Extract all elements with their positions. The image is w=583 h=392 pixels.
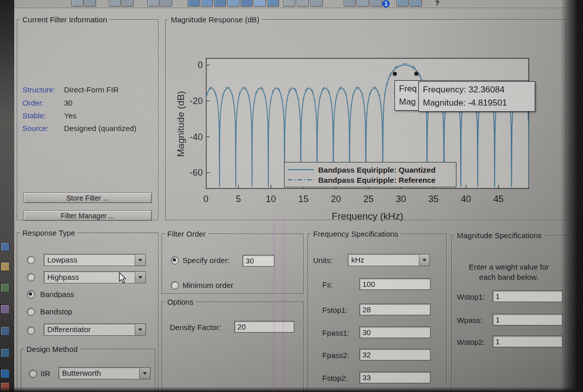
side-toolbar-icon[interactable]	[1, 326, 10, 336]
toolbar-icon[interactable]	[214, 0, 226, 7]
chevron-down-icon	[139, 368, 150, 379]
x-tick-label: 10	[266, 194, 276, 205]
magnitude-response-panel: Magnitude Response (dB) Magnitude (dB) F…	[165, 15, 566, 220]
frequency-specs-panel: Frequency Specifications Units: kHz Fs: …	[308, 230, 447, 392]
toolbar-icon[interactable]	[188, 0, 200, 7]
magnitude-plot[interactable]: Bandpass Equiripple: Quantized Bandpass …	[206, 58, 529, 189]
highpass-radio[interactable]	[27, 273, 35, 281]
density-factor-label: Density Factor:	[170, 323, 221, 332]
combo-value: kHz	[348, 254, 419, 266]
info-value: Direct-Form FIR	[64, 85, 119, 94]
screen: 1? Current Filter Information Structure:…	[0, 0, 583, 392]
x-tick-label: 25	[363, 194, 374, 205]
specify-order-input[interactable]	[242, 255, 274, 267]
toolbar-icon[interactable]	[357, 0, 369, 7]
legend-label: Bandpass Equiripple: Quantized	[318, 166, 436, 174]
fpass1-input[interactable]	[359, 326, 431, 338]
info-label: Stable:	[22, 111, 46, 120]
legend-entry: Bandpass Equiripple: Reference	[288, 176, 453, 184]
specify-order-radio[interactable]	[171, 256, 179, 265]
bandpass-radio[interactable]	[27, 290, 35, 299]
density-factor-input[interactable]	[234, 321, 294, 333]
toolbar-icon[interactable]	[240, 0, 253, 7]
toolbar-icon[interactable]	[396, 0, 409, 7]
toolbar-icon[interactable]	[297, 0, 309, 7]
toolbar-icon[interactable]	[147, 0, 160, 7]
x-tick-label: 15	[298, 194, 309, 205]
x-tick-label: 45	[494, 194, 504, 205]
side-toolbar-icon[interactable]	[1, 348, 10, 357]
side-toolbar-icon[interactable]	[1, 369, 10, 378]
legend-entry: Bandpass Equiripple: Quantized	[288, 166, 453, 174]
toolbar-badge-icon[interactable]: 1	[382, 0, 390, 8]
iir-radio[interactable]	[29, 370, 37, 378]
x-tick-label: 30	[396, 194, 406, 205]
store-filter-button[interactable]: Store Filter ...	[23, 192, 152, 203]
fs-label: Fs:	[322, 280, 333, 289]
toolbar-icon[interactable]	[267, 0, 279, 7]
side-toolbar-icon[interactable]	[1, 262, 10, 271]
toolbar-icon[interactable]	[109, 0, 121, 7]
fstop2-input[interactable]	[359, 372, 431, 383]
minimum-order-label[interactable]: Minimum order	[182, 281, 233, 289]
panel-title: Frequency Specifications	[311, 230, 401, 238]
wstop2-input[interactable]	[493, 336, 563, 347]
panel-title: Current Filter Information	[20, 15, 109, 24]
lowpass-radio[interactable]	[27, 256, 35, 264]
highpass-combo[interactable]: Highpass	[44, 271, 146, 283]
toolbar-icon[interactable]	[121, 0, 134, 7]
toolbar-icon[interactable]	[84, 0, 96, 7]
wstop1-input[interactable]	[493, 290, 563, 302]
info-value: Yes	[64, 111, 76, 120]
side-toolbar-icon[interactable]	[1, 242, 10, 251]
panel-title: Filter Order	[165, 230, 208, 238]
toolbar-icon[interactable]	[311, 0, 323, 7]
panel-title: Options	[165, 298, 196, 306]
toolbar-icon[interactable]	[254, 0, 266, 7]
side-toolbar-icon[interactable]	[1, 283, 10, 292]
toolbar: 1?	[14, 0, 566, 8]
bottom-edge-shadow	[0, 387, 583, 392]
datatip-line: Magnitude: -4.819501	[423, 96, 531, 110]
y-tick-label: -40	[180, 132, 203, 143]
toolbar-icon[interactable]	[410, 0, 422, 7]
plot-legend[interactable]: Bandpass Equiripple: Quantized Bandpass …	[284, 162, 456, 187]
toolbar-icon[interactable]	[201, 0, 213, 7]
bandpass-label[interactable]: Bandpass	[40, 290, 74, 299]
toolbar-icon[interactable]	[370, 0, 382, 7]
lowpass-combo[interactable]: Lowpass	[44, 254, 146, 266]
iir-method-combo[interactable]: Butterworth	[58, 367, 150, 379]
y-tick-label: 0	[180, 60, 203, 71]
toolbar-icon[interactable]	[283, 0, 295, 7]
units-combo[interactable]: kHz	[348, 254, 430, 266]
panel-title: Magnitude Specifications	[455, 231, 544, 240]
response-type-panel: Response Type Lowpass Highpass Bandpass …	[17, 228, 159, 392]
wpass-input[interactable]	[493, 314, 563, 325]
context-help-icon[interactable]: ?	[435, 0, 440, 7]
toolbar-icon[interactable]	[71, 0, 83, 7]
fs-input[interactable]	[359, 278, 431, 290]
specify-order-label[interactable]: Specify order:	[182, 256, 230, 265]
datatip-front[interactable]: Frequency: 32.36084 Magnitude: -4.819501	[418, 81, 535, 112]
fpass1-label: Fpass1:	[322, 329, 349, 337]
toolbar-icon[interactable]	[227, 0, 239, 7]
iir-label[interactable]: IIR	[41, 369, 50, 378]
screen-artifact	[283, 218, 284, 392]
combo-value: Differentiator	[44, 324, 135, 335]
screen-artifact	[273, 218, 275, 392]
bandstop-radio[interactable]	[27, 308, 35, 316]
toolbar-icon[interactable]	[160, 0, 172, 7]
toolbar-icon[interactable]	[344, 0, 356, 7]
differentiator-combo[interactable]: Differentiator	[44, 323, 146, 336]
side-toolbar-icon[interactable]	[1, 305, 10, 314]
dashdot-line-icon	[288, 179, 314, 180]
panel-title: Magnitude Response (dB)	[169, 15, 261, 24]
fpass2-input[interactable]	[359, 349, 431, 361]
differentiator-radio[interactable]	[27, 326, 35, 335]
filter-manager-button[interactable]: Filter Manager ...	[23, 210, 152, 221]
bandstop-label[interactable]: Bandstop	[40, 307, 72, 316]
chevron-down-icon	[135, 272, 145, 283]
minimum-order-radio[interactable]	[171, 281, 179, 289]
fstop1-input[interactable]	[359, 304, 431, 315]
left-edge-strip	[0, 0, 14, 392]
